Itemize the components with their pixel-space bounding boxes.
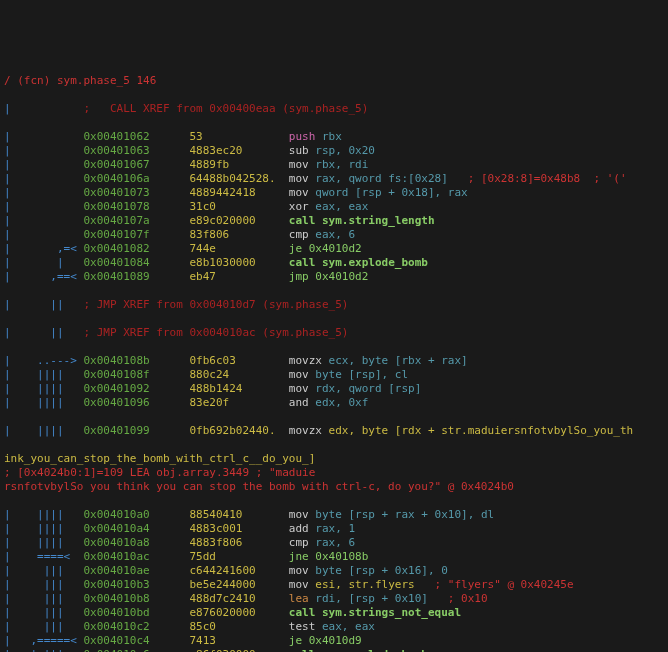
block-3: | |||| 0x004010a0 88540410 mov byte [rsp… <box>4 508 664 652</box>
wrapped-text: ink_you_can_stop_the_bomb_with_ctrl_c__d… <box>4 452 664 466</box>
asm-line: | ||| 0x004010bd e876020000 call sym.str… <box>4 606 664 620</box>
asm-line: | |||| 0x004010a8 4883f806 cmp rax, 6 <box>4 536 664 550</box>
asm-line: | | ||| 0x004010c6 e86f030000 call sym.e… <box>4 648 664 652</box>
asm-line: | 0x00401067 4889fb mov rbx, rdi <box>4 158 664 172</box>
xref-comment: ; JMP XREF from 0x004010d7 (sym.phase_5) <box>83 298 348 311</box>
asm-line: | ,=====< 0x004010c4 7413 je 0x4010d9 <box>4 634 664 648</box>
asm-line: | ||| 0x004010b3 be5e244000 mov esi, str… <box>4 578 664 592</box>
asm-line: | 0x00401073 4889442418 mov qword [rsp +… <box>4 186 664 200</box>
asm-line: | ||| 0x004010ae c644241600 mov byte [rs… <box>4 564 664 578</box>
long-instruction: | |||| 0x00401099 0fb692b02440. movzx ed… <box>4 424 664 438</box>
asm-line: | |||| 0x0040108f 880c24 mov byte [rsp],… <box>4 368 664 382</box>
asm-line: | 0x00401078 31c0 xor eax, eax <box>4 200 664 214</box>
asm-line: | |||| 0x004010a0 88540410 mov byte [rsp… <box>4 508 664 522</box>
function-header: / (fcn) sym.phase_5 146 <box>4 74 664 88</box>
asm-line: | ||| 0x004010b8 488d7c2410 lea rdi, [rs… <box>4 592 664 606</box>
xref-comment: ; CALL XREF from 0x00400eaa (sym.phase_5… <box>83 102 368 115</box>
disassembly-listing[interactable]: / (fcn) sym.phase_5 146 | ; CALL XREF fr… <box>4 60 664 652</box>
xref-comment: ; JMP XREF from 0x004010ac (sym.phase_5) <box>83 326 348 339</box>
block-1: | 0x00401062 53 push rbx| 0x00401063 488… <box>4 130 664 284</box>
asm-line: | ,=< 0x00401082 744e je 0x4010d2 <box>4 242 664 256</box>
asm-line: | |||| 0x004010a4 4883c001 add rax, 1 <box>4 522 664 536</box>
asm-line: | 0x0040106a 64488b042528. mov rax, qwor… <box>4 172 664 186</box>
asm-line: | |||| 0x00401092 488b1424 mov rdx, qwor… <box>4 382 664 396</box>
asm-line: | |||| 0x00401096 83e20f and edx, 0xf <box>4 396 664 410</box>
asm-line: | ,==< 0x00401089 eb47 jmp 0x4010d2 <box>4 270 664 284</box>
asm-line: | ..---> 0x0040108b 0fb6c03 movzx ecx, b… <box>4 354 664 368</box>
wrapped-comment: rsnfotvbylSo you think you can stop the … <box>4 480 664 494</box>
asm-line: | 0x00401063 4883ec20 sub rsp, 0x20 <box>4 144 664 158</box>
asm-line: | 0x0040107f 83f806 cmp eax, 6 <box>4 228 664 242</box>
asm-line: | ====< 0x004010ac 75dd jne 0x40108b <box>4 550 664 564</box>
block-2: | ..---> 0x0040108b 0fb6c03 movzx ecx, b… <box>4 354 664 410</box>
asm-line: | ||| 0x004010c2 85c0 test eax, eax <box>4 620 664 634</box>
asm-line: | 0x00401062 53 push rbx <box>4 130 664 144</box>
asm-line: | 0x0040107a e89c020000 call sym.string_… <box>4 214 664 228</box>
asm-line: | | 0x00401084 e8b1030000 call sym.explo… <box>4 256 664 270</box>
